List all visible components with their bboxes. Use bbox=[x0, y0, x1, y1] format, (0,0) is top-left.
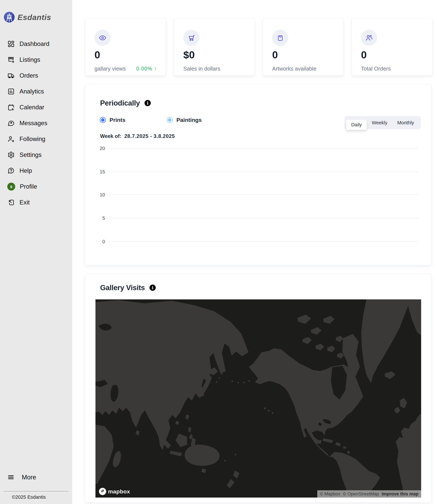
sidebar-item-label: Calendar bbox=[20, 104, 44, 111]
sidebar-item-label: Analytics bbox=[20, 88, 44, 95]
radio-button-icon bbox=[100, 117, 106, 123]
periodically-panel: Periodically i Prints Paintings Daily We… bbox=[85, 84, 431, 265]
week-of-label: Week of: bbox=[100, 133, 121, 139]
gear-icon bbox=[7, 151, 15, 159]
sidebar-item-label: Following bbox=[20, 136, 45, 142]
stat-value: $0 bbox=[183, 50, 246, 60]
sidebar-item-dashboard[interactable]: Dashboard bbox=[0, 36, 72, 52]
week-of-value: 28.7.2025 - 3.8.2025 bbox=[124, 133, 175, 139]
sidebar-item-exit[interactable]: Exit bbox=[0, 195, 72, 210]
sidebar-item-label: Dashboard bbox=[20, 40, 49, 47]
storefront-plus-icon bbox=[7, 56, 15, 64]
user-plus-icon bbox=[7, 135, 15, 143]
sidebar-nav: Dashboard Listings bbox=[0, 36, 72, 210]
hamburger-icon bbox=[7, 474, 15, 481]
stat-change: 0.00% ↑ bbox=[136, 66, 157, 72]
sidebar-item-label: Listings bbox=[20, 56, 40, 63]
sidebar-item-label: Settings bbox=[20, 151, 42, 158]
series-radio-group: Prints Paintings bbox=[100, 117, 202, 123]
sidebar-more-button[interactable]: More bbox=[7, 474, 36, 481]
sidebar: Esdantis Dashboard bbox=[0, 0, 72, 504]
map-attribution: © Mapbox © OpenStreetMap Improve this ma… bbox=[317, 490, 421, 498]
sidebar-item-label: Messages bbox=[20, 120, 47, 127]
info-icon[interactable]: i bbox=[145, 100, 151, 106]
stat-value: 0 bbox=[94, 50, 157, 60]
shopping-bag-icon bbox=[272, 30, 288, 46]
dashboard-page: Esdantis Dashboard bbox=[0, 0, 437, 504]
eye-icon bbox=[94, 30, 110, 46]
dashboard-grid-icon bbox=[7, 40, 15, 48]
radio-paintings[interactable]: Paintings bbox=[167, 117, 202, 123]
y-tick: 0 bbox=[94, 239, 105, 244]
stat-card-gallery-views: 0 gallary views 0.00% ↑ bbox=[85, 18, 166, 76]
sidebar-item-calendar[interactable]: Calendar bbox=[0, 99, 72, 115]
mapbox-logo-text: mapbox bbox=[108, 488, 130, 495]
sidebar-item-label: Help bbox=[20, 167, 32, 174]
tab-weekly[interactable]: Weekly bbox=[367, 118, 392, 128]
sidebar-item-label: Profile bbox=[20, 183, 37, 190]
period-tabs: Daily Weekly Monthly bbox=[345, 116, 421, 129]
brand-name: Esdantis bbox=[18, 13, 51, 22]
stat-card-artworks: 0 Artworks available bbox=[263, 18, 344, 76]
y-tick: 20 bbox=[94, 146, 105, 151]
stat-label: Total Orders bbox=[361, 66, 391, 72]
sidebar-item-label: Orders bbox=[20, 72, 38, 79]
stats-row: 0 gallary views 0.00% ↑ $0 Sales in doll… bbox=[85, 18, 432, 76]
y-tick: 5 bbox=[94, 216, 105, 221]
chat-heart-icon bbox=[7, 119, 15, 127]
radio-prints[interactable]: Prints bbox=[100, 117, 125, 123]
copyright-text: ©2025 Esdantis bbox=[12, 494, 46, 500]
improve-this-map-link[interactable]: Improve this map bbox=[381, 492, 418, 497]
stat-value: 0 bbox=[272, 50, 335, 60]
stat-card-sales: $0 Sales in dollars bbox=[174, 18, 255, 76]
sidebar-item-analytics[interactable]: Analytics bbox=[0, 84, 72, 99]
y-tick: 10 bbox=[94, 192, 105, 198]
sidebar-item-help[interactable]: Help bbox=[0, 163, 72, 179]
stat-label: Artworks available bbox=[272, 66, 317, 72]
radio-label: Prints bbox=[109, 117, 125, 123]
mapbox-pin-icon bbox=[99, 488, 106, 495]
chat-question-icon bbox=[7, 167, 15, 175]
attribution-osm-link[interactable]: © OpenStreetMap bbox=[343, 492, 379, 497]
sidebar-item-orders[interactable]: Orders bbox=[0, 68, 72, 84]
gallery-visits-title: Gallery Visits bbox=[100, 284, 145, 292]
gridline bbox=[107, 148, 418, 148]
info-icon[interactable]: i bbox=[149, 285, 156, 291]
sidebar-item-messages[interactable]: Messages bbox=[0, 115, 72, 131]
users-icon bbox=[361, 30, 377, 46]
stat-card-orders: 0 Total Orders bbox=[352, 18, 432, 76]
periodically-title: Periodically bbox=[100, 99, 140, 107]
stat-label: Sales in dollars bbox=[183, 66, 220, 72]
calendar-plus-icon bbox=[7, 104, 15, 111]
sidebar-item-label: Exit bbox=[20, 199, 30, 206]
sidebar-item-settings[interactable]: Settings bbox=[0, 147, 72, 163]
brand-logo[interactable]: Esdantis bbox=[4, 11, 51, 23]
easel-logo-icon bbox=[4, 11, 15, 23]
sidebar-item-profile[interactable]: s Profile bbox=[0, 179, 72, 195]
radio-label: Paintings bbox=[176, 117, 202, 123]
world-map-svg bbox=[95, 299, 421, 498]
tab-daily[interactable]: Daily bbox=[346, 120, 367, 130]
bar-chart-icon bbox=[7, 88, 15, 95]
gridline bbox=[107, 218, 418, 218]
stat-label: gallary views bbox=[94, 66, 126, 72]
sidebar-item-listings[interactable]: Listings bbox=[0, 52, 72, 68]
gridline bbox=[107, 195, 418, 195]
arrow-up-icon: ↑ bbox=[154, 66, 157, 71]
radio-button-icon bbox=[167, 117, 173, 123]
tab-monthly[interactable]: Monthly bbox=[392, 118, 419, 128]
gridline bbox=[107, 241, 418, 242]
y-tick: 15 bbox=[94, 169, 105, 175]
more-label: More bbox=[22, 474, 36, 481]
exit-icon bbox=[7, 199, 15, 206]
periodically-chart: 20 15 10 5 0 bbox=[94, 145, 418, 247]
world-map[interactable]: mapbox © Mapbox © OpenStreetMap Improve … bbox=[95, 299, 421, 498]
shopping-cart-icon bbox=[183, 30, 199, 46]
gallery-visits-panel: Gallery Visits i bbox=[85, 274, 431, 503]
gridline bbox=[107, 172, 418, 172]
stat-value: 0 bbox=[361, 50, 424, 60]
truck-icon bbox=[7, 72, 15, 79]
sidebar-item-following[interactable]: Following bbox=[0, 131, 72, 147]
mapbox-logo[interactable]: mapbox bbox=[99, 488, 130, 495]
attribution-mapbox-link[interactable]: © Mapbox bbox=[320, 492, 340, 497]
